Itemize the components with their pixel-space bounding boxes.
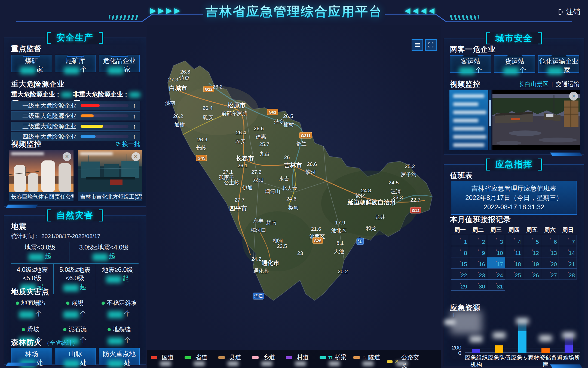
panel-nature-tab: 自然灾害 xyxy=(45,209,104,221)
calendar-day[interactable]: 26 xyxy=(523,268,541,279)
logout-label: 注销 xyxy=(566,7,580,17)
calendar-day[interactable]: 7 xyxy=(559,235,577,246)
live-video-frame[interactable]: ✕ xyxy=(492,90,580,150)
camera-list-redacted[interactable] xyxy=(449,90,488,150)
map-label: 浑江 xyxy=(253,293,264,299)
resource-bar[interactable] xyxy=(565,345,573,353)
map-label: 23 xyxy=(297,250,303,256)
map-label: 和龙 xyxy=(366,225,376,232)
bracket-left xyxy=(486,32,490,44)
calendar-day[interactable]: 20 xyxy=(541,257,559,268)
forest-card[interactable]: 防火重点地 处 xyxy=(99,348,140,365)
calendar-day[interactable]: 8 xyxy=(451,246,469,257)
panel-safety-title: 安全生产 xyxy=(54,32,96,44)
tab-changbaishan[interactable]: 长白山景区 xyxy=(519,80,549,88)
geo-label: 不稳定斜坡 xyxy=(107,299,137,306)
calendar-day[interactable]: 22 xyxy=(451,268,469,279)
calendar-day[interactable]: 28 xyxy=(559,268,577,279)
calendar-day[interactable]: 30 xyxy=(469,279,487,291)
calendar-day[interactable]: 6 xyxy=(541,235,559,246)
supervision-card[interactable]: 危化品企业 家 xyxy=(99,55,140,72)
resource-bar[interactable] xyxy=(495,345,503,353)
resource-bar[interactable] xyxy=(518,331,526,353)
calendar-day[interactable]: 1 xyxy=(451,235,469,246)
day-number: 13 xyxy=(551,250,557,256)
tab-transport[interactable]: 交通运输 xyxy=(556,80,580,88)
hazard-level-row[interactable]: 一级重大危险源企业 ↑ xyxy=(11,101,140,110)
calendar-day[interactable]: 11 xyxy=(505,246,523,257)
calendar-day[interactable]: 19 xyxy=(523,257,541,268)
legend-item[interactable]: 省道 xyxy=(185,353,218,361)
map-label: 长春市 xyxy=(236,154,254,163)
calendar-day[interactable]: 2 xyxy=(469,235,487,246)
map-canvas[interactable]: 26.827.3镇赉白城市G1226.2洮南松原市26.4前郭尔罗斯乾安26.2… xyxy=(147,25,441,368)
legend-item[interactable]: 国道 xyxy=(151,353,185,361)
calendar-day[interactable]: 14 xyxy=(559,246,577,257)
duty-roster-card[interactable]: 吉林省应急管理厅应急值班表 2022年8月17日（今日，星期三） 2022-08… xyxy=(451,181,577,215)
camera-thumb[interactable]: ✕ 吉林市吉化北方炬煜工贸责任... xyxy=(78,150,142,201)
hazard-level-row[interactable]: 三级重大危险源企业 ↑ xyxy=(11,122,140,131)
supervision-card[interactable]: 尾矿库 个 xyxy=(55,55,96,72)
calendar-day[interactable]: 12 xyxy=(523,246,541,257)
scrollbar-thumb[interactable] xyxy=(489,100,491,126)
quake-cell: 5.0级≤地震<6.0级 起 xyxy=(54,264,96,294)
close-icon[interactable]: ✕ xyxy=(131,152,140,161)
calendar-day[interactable]: 16 xyxy=(469,257,487,268)
legend-item[interactable]: ∩ 隧道 xyxy=(353,353,387,361)
calendar-day[interactable]: 18 xyxy=(505,257,523,268)
scrollbar[interactable] xyxy=(489,90,491,150)
city-card[interactable]: 货运站 个 xyxy=(494,55,535,73)
hazard-bar-fill xyxy=(81,104,100,107)
close-icon[interactable]: ✕ xyxy=(569,92,578,101)
report-dot xyxy=(532,238,533,239)
map-label: 白城市 xyxy=(169,84,187,92)
legend-item[interactable]: ✕ 公路交叉 xyxy=(387,353,421,368)
logout-button[interactable]: 注销 xyxy=(558,7,580,17)
calendar-day[interactable]: 21 xyxy=(559,257,577,268)
hazard-level-row[interactable]: 二级重大危险源企业 ↑ xyxy=(11,111,140,120)
calendar-day[interactable]: 17 xyxy=(487,257,505,268)
map-label: 洮南 xyxy=(165,100,175,107)
close-icon[interactable]: ✕ xyxy=(63,152,71,161)
forest-card[interactable]: 山脉 处 xyxy=(55,348,96,365)
green-dot-icon xyxy=(108,328,111,331)
map-label: 25.2 xyxy=(405,163,415,169)
resource-bar[interactable] xyxy=(541,348,550,353)
calendar-day[interactable]: 23 xyxy=(469,268,487,279)
calendar-day[interactable]: 24 xyxy=(487,268,505,279)
page-title: 吉林省应急管理综合应用平台 xyxy=(206,3,382,20)
legend-item[interactable]: 乡道 xyxy=(252,353,286,361)
calendar-day[interactable]: 27 xyxy=(541,268,559,279)
card-notch xyxy=(23,55,40,57)
map-label: 江 xyxy=(357,238,364,245)
map-layers-button[interactable] xyxy=(412,39,423,51)
calendar-day[interactable]: 29 xyxy=(451,279,469,291)
map-label: 通榆 xyxy=(174,121,185,128)
calendar-day[interactable]: 9 xyxy=(469,246,487,257)
resource-bar[interactable] xyxy=(472,349,480,353)
calendar-day[interactable]: 13 xyxy=(541,246,559,257)
quake-unit: 起 xyxy=(109,252,115,260)
list-item xyxy=(453,135,486,139)
camera-thumb[interactable]: ✕ 长春巨峰气体有限责任公司 xyxy=(9,150,74,201)
hatch-decor-left xyxy=(109,15,139,20)
supervision-card[interactable]: 煤矿 家 xyxy=(11,55,52,72)
tab-divider: | xyxy=(551,81,553,88)
legend-color-chip xyxy=(252,356,259,359)
legend-item[interactable]: 县道 xyxy=(218,353,252,361)
map-fullscreen-button[interactable] xyxy=(425,39,437,51)
panel-command-title: 应急指挥 xyxy=(493,159,535,171)
calendar-day[interactable]: 10 xyxy=(487,246,505,257)
city-card[interactable]: 危化运输企业 家 xyxy=(538,55,579,73)
calendar-day[interactable]: 3 xyxy=(487,235,505,246)
legend-item[interactable]: π 桥梁 xyxy=(320,353,353,361)
calendar-day[interactable]: 25 xyxy=(505,268,523,279)
refresh-batch-button[interactable]: ⟳ 换一批 xyxy=(116,140,140,148)
legend-count-redacted xyxy=(396,361,407,366)
calendar-day[interactable]: 4 xyxy=(505,235,523,246)
calendar-day[interactable]: 5 xyxy=(523,235,541,246)
city-card[interactable]: 客运站 个 xyxy=(450,55,491,73)
legend-item[interactable]: 村道 xyxy=(286,353,320,361)
calendar-day[interactable]: 15 xyxy=(451,257,469,268)
calendar-day[interactable]: 31 xyxy=(487,279,505,291)
